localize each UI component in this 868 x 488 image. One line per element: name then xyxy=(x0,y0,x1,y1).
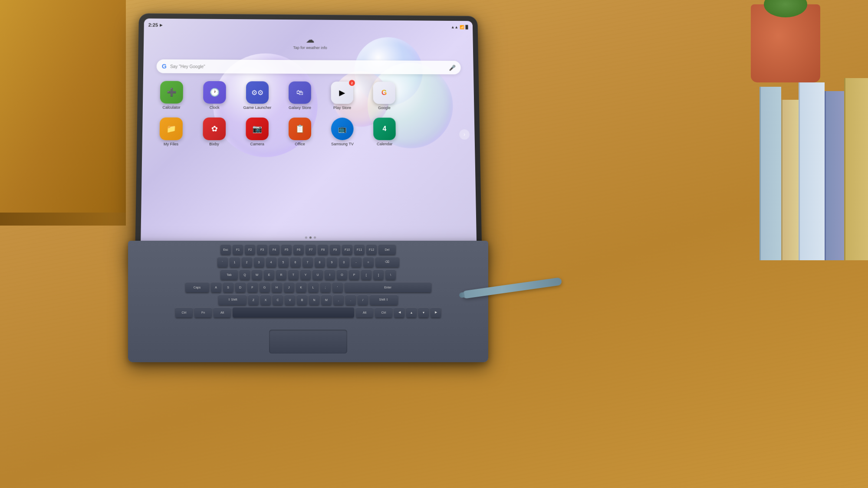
key-rbracket[interactable]: ] xyxy=(373,269,384,280)
key-3[interactable]: 3 xyxy=(254,257,264,267)
key-2[interactable]: 2 xyxy=(242,257,252,267)
key-esc[interactable]: Esc xyxy=(220,244,231,255)
screen-nav-arrow[interactable]: › xyxy=(459,129,470,140)
key-quote[interactable]: ' xyxy=(332,282,343,292)
key-g[interactable]: G xyxy=(260,282,270,292)
key-enter[interactable]: Enter xyxy=(345,282,431,292)
key-a[interactable]: A xyxy=(211,282,221,292)
app-calculator[interactable]: ➕ Calculator xyxy=(156,81,187,110)
key-alt-right[interactable]: Alt xyxy=(356,307,373,318)
key-space[interactable] xyxy=(233,307,354,318)
key-6[interactable]: 6 xyxy=(290,257,301,267)
key-1[interactable]: 1 xyxy=(230,257,240,267)
key-d[interactable]: D xyxy=(235,282,246,292)
calendar-label: Calendar xyxy=(377,142,392,146)
galaxy-store-icon: 🛍 xyxy=(289,82,311,104)
key-backslash[interactable]: \ xyxy=(385,269,396,280)
app-game-launcher[interactable]: ⚙⚙ Game Launcher xyxy=(242,81,273,110)
key-f1[interactable]: F1 xyxy=(233,244,243,255)
key-k[interactable]: K xyxy=(296,282,306,292)
app-samsung-tv[interactable]: 📺 Samsung TV xyxy=(327,118,358,146)
key-w[interactable]: W xyxy=(252,269,262,280)
key-b[interactable]: B xyxy=(297,295,307,305)
key-f7[interactable]: F7 xyxy=(306,244,316,255)
key-comma[interactable]: , xyxy=(333,295,344,305)
touchpad[interactable] xyxy=(269,330,347,354)
key-y[interactable]: Y xyxy=(300,269,311,280)
app-galaxy-store[interactable]: 🛍 Galaxy Store xyxy=(285,82,315,110)
app-files[interactable]: 📁 My Files xyxy=(155,118,187,147)
key-arrow-left[interactable]: ◀ xyxy=(394,307,404,318)
key-j[interactable]: J xyxy=(284,282,294,292)
key-arrow-up[interactable]: ▲ xyxy=(406,307,417,318)
key-f4[interactable]: F4 xyxy=(269,244,279,255)
key-semicolon[interactable]: ; xyxy=(320,282,331,292)
key-n[interactable]: N xyxy=(309,295,319,305)
app-clock[interactable]: 🕐 Clock xyxy=(199,81,230,110)
key-arrow-right[interactable]: ▶ xyxy=(431,307,441,318)
key-q[interactable]: Q xyxy=(240,269,250,280)
search-bar[interactable]: G Say "Hey Google" 🎤 xyxy=(156,59,460,75)
key-h[interactable]: H xyxy=(272,282,282,292)
key-f2[interactable]: F2 xyxy=(245,244,255,255)
app-camera[interactable]: 📷 Camera xyxy=(242,118,273,146)
mic-icon[interactable]: 🎤 xyxy=(449,64,456,71)
key-r[interactable]: R xyxy=(276,269,286,280)
key-f[interactable]: F xyxy=(247,282,258,292)
key-f3[interactable]: F3 xyxy=(257,244,267,255)
key-backspace[interactable]: ⌫ xyxy=(375,257,399,267)
key-7[interactable]: 7 xyxy=(302,257,313,267)
app-bixby[interactable]: ✿ Bixby xyxy=(199,118,230,146)
key-l[interactable]: L xyxy=(308,282,319,292)
key-f11[interactable]: F11 xyxy=(354,244,365,255)
key-x[interactable]: X xyxy=(260,295,271,305)
key-p[interactable]: P xyxy=(349,269,359,280)
key-z[interactable]: Z xyxy=(248,295,259,305)
key-f12[interactable]: F12 xyxy=(366,244,377,255)
key-f6[interactable]: F6 xyxy=(293,244,304,255)
key-alt-left[interactable]: Alt xyxy=(214,307,231,318)
key-u[interactable]: U xyxy=(312,269,323,280)
key-f9[interactable]: F9 xyxy=(330,244,340,255)
key-tab[interactable]: Tab xyxy=(220,269,238,280)
key-o[interactable]: O xyxy=(337,269,347,280)
weather-widget[interactable]: ☁ Tap for weather info xyxy=(293,34,327,50)
key-minus[interactable]: - xyxy=(351,257,362,267)
key-0[interactable]: 0 xyxy=(339,257,349,267)
key-shift-left[interactable]: ⇧ Shift xyxy=(218,295,247,305)
google-logo: G xyxy=(162,63,167,70)
key-slash[interactable]: / xyxy=(358,295,368,305)
key-delete[interactable]: Del xyxy=(378,244,396,255)
key-4[interactable]: 4 xyxy=(266,257,276,267)
app-google[interactable]: G Google xyxy=(369,82,399,110)
key-caps[interactable]: Caps xyxy=(185,282,209,292)
bixby-label: Bixby xyxy=(209,142,219,146)
key-m[interactable]: M xyxy=(321,295,332,305)
key-i[interactable]: I xyxy=(325,269,335,280)
key-5[interactable]: 5 xyxy=(278,257,289,267)
key-ctrl-left[interactable]: Ctrl xyxy=(175,307,193,318)
key-e[interactable]: E xyxy=(264,269,274,280)
qwerty-row: Tab Q W E R T Y U I O P [ ] \ xyxy=(133,269,483,280)
key-backtick[interactable]: ` xyxy=(217,257,228,267)
key-v[interactable]: V xyxy=(285,295,295,305)
key-9[interactable]: 9 xyxy=(327,257,337,267)
key-c[interactable]: C xyxy=(273,295,283,305)
key-equals[interactable]: = xyxy=(363,257,374,267)
key-lbracket[interactable]: [ xyxy=(361,269,372,280)
key-f10[interactable]: F10 xyxy=(342,244,352,255)
key-f8[interactable]: F8 xyxy=(318,244,328,255)
key-8[interactable]: 8 xyxy=(315,257,325,267)
app-calendar[interactable]: 4 Calendar xyxy=(369,118,400,146)
key-f5[interactable]: F5 xyxy=(281,244,292,255)
key-t[interactable]: T xyxy=(288,269,299,280)
app-play-store[interactable]: ▶ 2 Play Store xyxy=(327,82,358,110)
book-2 xyxy=(825,91,844,260)
key-ctrl-right[interactable]: Ctrl xyxy=(375,307,392,318)
key-s[interactable]: S xyxy=(223,282,233,292)
key-fn[interactable]: Fn xyxy=(194,307,212,318)
key-shift-right[interactable]: Shift ⇧ xyxy=(370,295,398,305)
key-arrow-down[interactable]: ▼ xyxy=(418,307,429,318)
key-period[interactable]: . xyxy=(345,295,356,305)
app-polaris[interactable]: 📋 Office xyxy=(285,118,315,146)
